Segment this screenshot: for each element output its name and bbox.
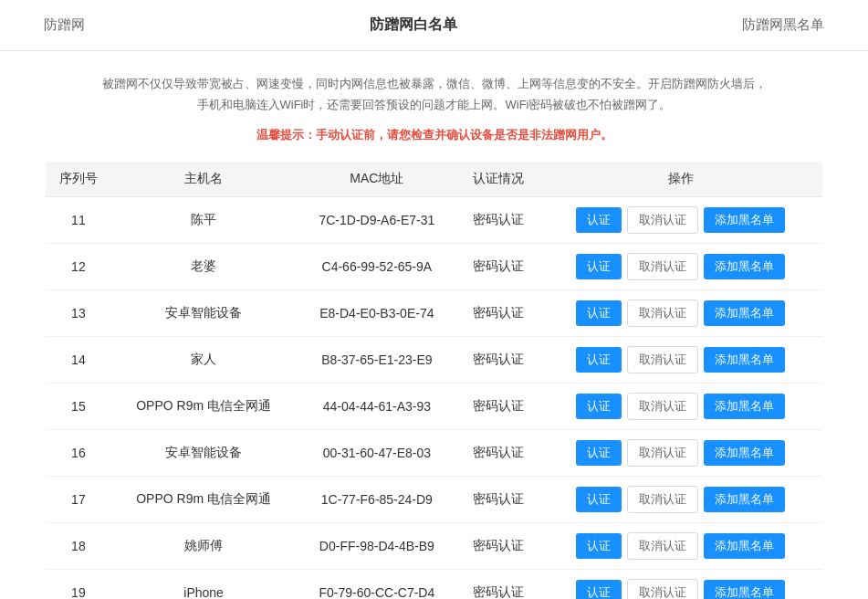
nav-right[interactable]: 防蹭网黑名单 [735, 13, 831, 37]
add-blacklist-button[interactable]: 添加黑名单 [704, 440, 785, 466]
cell-id: 13 [46, 289, 111, 336]
cell-hostname: 家人 [111, 336, 297, 383]
cell-status: 密码认证 [457, 429, 539, 476]
cell-status: 密码认证 [457, 383, 539, 429]
cell-status: 密码认证 [457, 522, 539, 569]
warning-prefix: 温馨提示： [256, 128, 316, 142]
table-row: 13安卓智能设备E8-D4-E0-B3-0E-74密码认证认证取消认证添加黑名单 [46, 289, 822, 336]
cell-ops: 认证取消认证添加黑名单 [539, 522, 822, 569]
cell-status: 密码认证 [457, 196, 539, 243]
add-blacklist-button[interactable]: 添加黑名单 [704, 254, 785, 279]
nav-title: 防蹭网白名单 [370, 16, 457, 35]
cell-hostname: 姚师傅 [111, 522, 297, 569]
whitelist-table: 序列号 主机名 MAC地址 认证情况 操作 11陈平7C-1D-D9-A6-E7… [46, 162, 822, 599]
description: 被蹭网不仅仅导致带宽被占、网速变慢，同时内网信息也被暴露，微信、微博、上网等信息… [46, 73, 822, 116]
auth-button[interactable]: 认证 [576, 580, 622, 599]
table-row: 15OPPO R9m 电信全网通44-04-44-61-A3-93密码认证认证取… [46, 383, 822, 429]
main-content: 被蹭网不仅仅导致带宽被占、网速变慢，同时内网信息也被暴露，微信、微博、上网等信息… [0, 51, 868, 599]
description-line2: 手机和电脑连入WiFi时，还需要回答预设的问题才能上网。WiFi密码被破也不怕被… [46, 94, 822, 115]
cancel-auth-button[interactable]: 取消认证 [627, 253, 698, 280]
table-row: 14家人B8-37-65-E1-23-E9密码认证认证取消认证添加黑名单 [46, 336, 822, 383]
cell-ops: 认证取消认证添加黑名单 [539, 383, 822, 429]
cancel-auth-button[interactable]: 取消认证 [627, 393, 698, 420]
cell-ops: 认证取消认证添加黑名单 [539, 569, 822, 599]
cancel-auth-button[interactable]: 取消认证 [627, 346, 698, 373]
top-nav: 防蹭网 防蹭网白名单 防蹭网黑名单 [0, 0, 868, 51]
cell-mac: 7C-1D-D9-A6-E7-31 [296, 196, 457, 243]
cell-ops: 认证取消认证添加黑名单 [539, 243, 822, 289]
cell-mac: D0-FF-98-D4-4B-B9 [296, 522, 457, 569]
cell-ops: 认证取消认证添加黑名单 [539, 289, 822, 336]
cancel-auth-button[interactable]: 取消认证 [627, 439, 698, 467]
col-ops: 操作 [539, 162, 822, 197]
add-blacklist-button[interactable]: 添加黑名单 [704, 394, 785, 419]
cell-hostname: OPPO R9m 电信全网通 [111, 383, 297, 429]
cell-id: 16 [46, 429, 111, 476]
cell-hostname: 安卓智能设备 [111, 429, 297, 476]
table-header-row: 序列号 主机名 MAC地址 认证情况 操作 [46, 162, 822, 197]
cell-ops: 认证取消认证添加黑名单 [539, 476, 822, 522]
table-row: 11陈平7C-1D-D9-A6-E7-31密码认证认证取消认证添加黑名单 [46, 196, 822, 243]
add-blacklist-button[interactable]: 添加黑名单 [704, 347, 785, 373]
cell-mac: B8-37-65-E1-23-E9 [296, 336, 457, 383]
auth-button[interactable]: 认证 [576, 533, 622, 559]
auth-button[interactable]: 认证 [576, 487, 622, 512]
cell-id: 19 [46, 569, 111, 599]
cancel-auth-button[interactable]: 取消认证 [627, 579, 698, 599]
col-mac: MAC地址 [296, 162, 457, 197]
col-hostname: 主机名 [111, 162, 297, 197]
cell-status: 密码认证 [457, 569, 539, 599]
auth-button[interactable]: 认证 [576, 207, 622, 233]
auth-button[interactable]: 认证 [576, 440, 622, 466]
cell-id: 15 [46, 383, 111, 429]
cell-hostname: 陈平 [111, 196, 297, 243]
cell-id: 17 [46, 476, 111, 522]
cell-id: 14 [46, 336, 111, 383]
table-row: 12老婆C4-66-99-52-65-9A密码认证认证取消认证添加黑名单 [46, 243, 822, 289]
cell-status: 密码认证 [457, 336, 539, 383]
cell-hostname: 老婆 [111, 243, 297, 289]
table-row: 16安卓智能设备00-31-60-47-E8-03密码认证认证取消认证添加黑名单 [46, 429, 822, 476]
cell-ops: 认证取消认证添加黑名单 [539, 336, 822, 383]
cell-hostname: iPhone [111, 569, 297, 599]
auth-button[interactable]: 认证 [576, 254, 622, 279]
warning-body: 手动认证前，请您检查并确认设备是否是非法蹭网用户。 [316, 128, 612, 142]
col-status: 认证情况 [457, 162, 539, 197]
auth-button[interactable]: 认证 [576, 347, 622, 373]
cancel-auth-button[interactable]: 取消认证 [627, 300, 698, 327]
cell-hostname: 安卓智能设备 [111, 289, 297, 336]
cell-hostname: OPPO R9m 电信全网通 [111, 476, 297, 522]
cell-id: 11 [46, 196, 111, 243]
cell-mac: 44-04-44-61-A3-93 [296, 383, 457, 429]
col-id: 序列号 [46, 162, 111, 197]
add-blacklist-button[interactable]: 添加黑名单 [704, 580, 785, 599]
cell-status: 密码认证 [457, 243, 539, 289]
add-blacklist-button[interactable]: 添加黑名单 [704, 207, 785, 233]
add-blacklist-button[interactable]: 添加黑名单 [704, 300, 785, 326]
cell-status: 密码认证 [457, 289, 539, 336]
cell-id: 12 [46, 243, 111, 289]
cell-mac: C4-66-99-52-65-9A [296, 243, 457, 289]
cell-mac: E8-D4-E0-B3-0E-74 [296, 289, 457, 336]
auth-button[interactable]: 认证 [576, 394, 622, 419]
add-blacklist-button[interactable]: 添加黑名单 [704, 533, 785, 559]
cell-mac: 1C-77-F6-85-24-D9 [296, 476, 457, 522]
cell-ops: 认证取消认证添加黑名单 [539, 196, 822, 243]
cell-status: 密码认证 [457, 476, 539, 522]
cell-ops: 认证取消认证添加黑名单 [539, 429, 822, 476]
cancel-auth-button[interactable]: 取消认证 [627, 206, 698, 234]
table-row: 18姚师傅D0-FF-98-D4-4B-B9密码认证认证取消认证添加黑名单 [46, 522, 822, 569]
auth-button[interactable]: 认证 [576, 300, 622, 326]
cell-id: 18 [46, 522, 111, 569]
description-line1: 被蹭网不仅仅导致带宽被占、网速变慢，同时内网信息也被暴露，微信、微博、上网等信息… [46, 73, 822, 94]
add-blacklist-button[interactable]: 添加黑名单 [704, 487, 785, 512]
table-row: 19iPhoneF0-79-60-CC-C7-D4密码认证认证取消认证添加黑名单 [46, 569, 822, 599]
cancel-auth-button[interactable]: 取消认证 [627, 532, 698, 560]
cell-mac: F0-79-60-CC-C7-D4 [296, 569, 457, 599]
nav-left[interactable]: 防蹭网 [37, 13, 92, 37]
cancel-auth-button[interactable]: 取消认证 [627, 486, 698, 513]
warning-text: 温馨提示：手动认证前，请您检查并确认设备是否是非法蹭网用户。 [46, 127, 822, 143]
cell-mac: 00-31-60-47-E8-03 [296, 429, 457, 476]
table-row: 17OPPO R9m 电信全网通1C-77-F6-85-24-D9密码认证认证取… [46, 476, 822, 522]
